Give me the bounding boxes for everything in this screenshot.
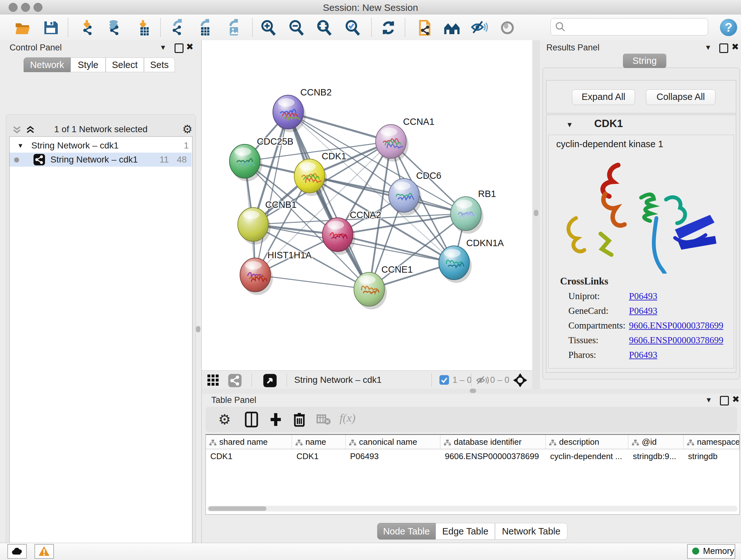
collapse-all-button[interactable]: Collapse All <box>646 89 716 105</box>
collapse-panel-icon[interactable]: ▼ <box>705 396 712 404</box>
close-panel-icon[interactable]: ✖ <box>731 43 739 51</box>
table-horizontal-scrollbar[interactable] <box>207 506 738 511</box>
node-RB1[interactable] <box>451 197 483 234</box>
export-image-button[interactable] <box>223 19 241 37</box>
table-options-gear-icon[interactable]: ⚙ <box>218 411 235 428</box>
node-label-RB1: RB1 <box>478 189 496 199</box>
delete-column-icon[interactable] <box>291 411 308 428</box>
node-CDKN1A[interactable] <box>439 246 472 283</box>
node-CCNE1[interactable] <box>354 272 387 309</box>
node-CCNA1[interactable] <box>376 125 408 162</box>
left-splitter-handle[interactable] <box>196 326 200 332</box>
edge-CDK1-RB1[interactable] <box>310 176 466 213</box>
tab-node-table[interactable]: Node Table <box>377 523 435 540</box>
function-builder-icon[interactable]: f(x) <box>340 411 375 428</box>
vertical-splitter[interactable] <box>532 40 540 389</box>
crosslink-row: Compartments:9606.ENSP00000378699 <box>549 320 727 334</box>
crosslink-link[interactable]: P06493 <box>629 291 657 301</box>
bottom-splitter-handle[interactable] <box>470 388 476 393</box>
tab-select[interactable]: Select <box>106 57 144 72</box>
import-database-button[interactable] <box>105 19 123 37</box>
tab-string[interactable]: String <box>623 54 666 68</box>
table-cell[interactable]: P06493 <box>350 449 439 463</box>
zoom-in-button[interactable] <box>259 19 277 37</box>
open-session-button[interactable] <box>14 19 31 37</box>
node-CCNB2[interactable] <box>273 95 306 132</box>
help-button[interactable]: ? <box>720 19 737 36</box>
search-input[interactable] <box>568 20 705 33</box>
show-columns-icon[interactable] <box>243 411 260 428</box>
expand-all-button[interactable]: Expand All <box>572 89 635 105</box>
node-CDC25B[interactable] <box>229 144 262 181</box>
node-CDC6[interactable] <box>389 179 421 215</box>
selected-checkbox-icon[interactable] <box>439 375 449 385</box>
delete-table-icon[interactable] <box>317 411 331 428</box>
home-button[interactable] <box>443 19 461 37</box>
close-panel-icon[interactable]: ✖ <box>732 395 739 403</box>
hide-selection-button[interactable] <box>470 19 488 37</box>
column-header-canonical-name[interactable]: canonical name <box>346 435 441 449</box>
create-column-icon[interactable] <box>267 411 284 428</box>
cloud-button[interactable] <box>7 544 27 559</box>
crosslink-link[interactable]: 9606.ENSP00000378699 <box>629 335 724 346</box>
crosslink-link[interactable]: P06493 <box>629 306 657 316</box>
section-collapse-icon[interactable]: ▼ <box>566 121 573 129</box>
tab-style[interactable]: Style <box>71 57 106 72</box>
refresh-button[interactable] <box>380 19 397 37</box>
network-row-selected[interactable]: String Network – cdk1 11 48 <box>10 152 192 167</box>
tree-expand-icon[interactable]: ▼ <box>17 138 23 152</box>
float-panel-icon[interactable] <box>175 44 184 53</box>
table-cell[interactable]: CDK1 <box>296 449 344 463</box>
string-import-button[interactable] <box>415 19 433 37</box>
import-table-button[interactable] <box>134 19 152 37</box>
network-options-gear-icon[interactable]: ⚙ <box>182 123 192 136</box>
column-header-label: canonical name <box>359 437 417 447</box>
birds-eye-view-icon[interactable] <box>207 374 223 386</box>
node-HIST1H1A[interactable] <box>240 258 273 295</box>
node-CDK1[interactable] <box>294 159 327 196</box>
node-CCNA2[interactable] <box>322 218 355 255</box>
zoom-out-button[interactable] <box>287 19 306 37</box>
export-table-button[interactable] <box>195 19 212 37</box>
column-header-database-identifier[interactable]: database identifier <box>441 435 546 449</box>
goto-network-icon[interactable] <box>263 374 277 388</box>
table-cell[interactable]: CDK1 <box>210 449 290 463</box>
float-panel-icon[interactable] <box>719 44 728 53</box>
table-cell[interactable]: 9606.ENSP00000378699 <box>445 449 544 463</box>
crosslink-link[interactable]: 9606.ENSP00000378699 <box>629 320 724 331</box>
zoom-selected-button[interactable] <box>344 19 361 37</box>
node-table: shared namenamecanonical namedatabase id… <box>205 434 740 515</box>
hidden-eye-icon <box>475 375 489 385</box>
table-cell[interactable]: stringdb:9... <box>633 449 682 463</box>
tab-edge-table[interactable]: Edge Table <box>435 523 495 540</box>
float-panel-icon[interactable] <box>720 396 729 406</box>
save-session-button[interactable] <box>42 19 60 37</box>
tab-sets[interactable]: Sets <box>144 57 175 72</box>
horizontal-splitter[interactable] <box>202 389 741 394</box>
network-collection-row[interactable]: ▼ String Network – cdk1 1 <box>10 138 192 152</box>
warning-button[interactable] <box>35 544 54 559</box>
tab-network-table[interactable]: Network Table <box>495 523 567 540</box>
collapse-panel-icon[interactable]: ▼ <box>704 44 712 52</box>
memory-button[interactable]: Memory <box>687 544 735 559</box>
tab-network[interactable]: Network <box>23 57 71 72</box>
import-network-button[interactable] <box>78 19 96 37</box>
collapse-panel-icon[interactable]: ▼ <box>159 44 166 52</box>
column-header-namespace[interactable]: namespace <box>684 435 739 449</box>
network-canvas[interactable]: CCNB2CCNA1CDC25BCDK1CDC6RB1CCNB1CCNA2CDK… <box>202 40 532 370</box>
column-header-name[interactable]: name <box>292 435 346 449</box>
scrollbar-thumb[interactable] <box>208 506 266 511</box>
close-panel-icon[interactable]: ✖ <box>186 43 193 51</box>
table-cell[interactable]: cyclin-dependent ... <box>550 449 626 463</box>
preview-button[interactable] <box>498 19 516 37</box>
table-cell[interactable]: stringdb <box>688 449 738 463</box>
network-overview-icon[interactable] <box>228 374 242 388</box>
column-header-shared-name[interactable]: shared name <box>206 435 292 449</box>
zoom-fit-button[interactable] <box>315 19 333 37</box>
right-splitter-handle[interactable] <box>534 210 538 216</box>
export-network-button[interactable] <box>167 19 185 37</box>
column-header-description[interactable]: description <box>546 435 628 449</box>
crosslink-link[interactable]: P06493 <box>629 350 657 360</box>
fit-content-crosshair-icon[interactable] <box>513 373 527 387</box>
column-header--id[interactable]: @id <box>628 435 684 449</box>
